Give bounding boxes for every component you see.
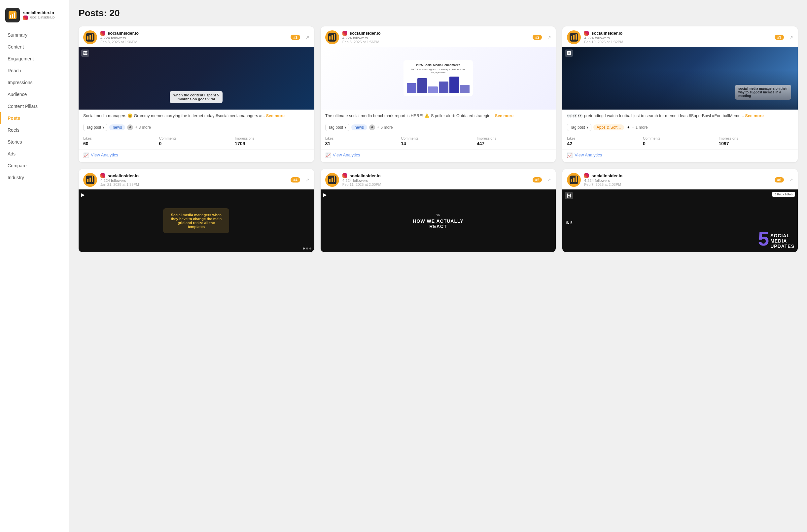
- tag-letter-2: A: [369, 125, 375, 130]
- external-link-icon-2[interactable]: ↗: [547, 35, 551, 40]
- stat-comments-1: Comments 0: [159, 136, 234, 146]
- stat-impressions-3: Impressions 1097: [718, 136, 793, 146]
- bar-1: [407, 83, 416, 93]
- external-link-icon-5[interactable]: ↗: [547, 177, 551, 183]
- post-date-2: Feb 5, 2025 at 1:56PM: [342, 40, 529, 44]
- svg-rect-26: [573, 177, 575, 182]
- tag-post-button-1[interactable]: Tag post ▾: [83, 124, 107, 131]
- tag-post-button-2[interactable]: Tag post ▾: [325, 124, 349, 131]
- post-caption-1: Social media managers 😊 Grammy memes car…: [79, 110, 314, 122]
- sidebar-item-audience[interactable]: Audience: [0, 89, 69, 100]
- post-avatar-2: [325, 30, 339, 44]
- sidebar-item-posts[interactable]: Posts: [0, 112, 69, 124]
- post-rank-1: #1: [290, 35, 300, 40]
- sidebar-item-industry[interactable]: Industry: [0, 172, 69, 184]
- post-account-5: socialinsider.io 4,224 followers Feb 11,…: [342, 173, 529, 187]
- post-stats-2: Likes 31 Comments 14 Impressions 447: [321, 133, 556, 150]
- post-date-3: Feb 10, 2025 at 1:32PM: [584, 40, 771, 44]
- post-rank-2: #2: [532, 35, 542, 40]
- instagram-icon: [23, 16, 28, 20]
- svg-rect-23: [334, 176, 335, 182]
- post-tags-3: Tag post ▾ Apps & Soft... ✦ + 1 more: [562, 122, 798, 133]
- stat-comments-3: Comments 0: [643, 136, 717, 146]
- page-title: Posts: 20: [79, 8, 798, 18]
- post-account-name-4: socialinsider.io: [100, 173, 287, 178]
- sidebar-item-engagement[interactable]: Engagement: [0, 53, 69, 65]
- post-followers-6: 4,224 followers: [584, 178, 771, 183]
- svg-rect-19: [92, 176, 93, 182]
- sidebar-item-reach[interactable]: Reach: [0, 65, 69, 77]
- sidebar-item-ads[interactable]: Ads: [0, 148, 69, 160]
- post-analytics-3[interactable]: 📈 View Analytics: [562, 150, 798, 163]
- tag-more-3: + 1 more: [632, 125, 648, 130]
- stat-impressions-label-1: Impressions: [235, 136, 309, 140]
- tag-more-2: + 6 more: [377, 125, 393, 130]
- ig-icon-3: [584, 31, 589, 36]
- tag-post-button-3[interactable]: Tag post ▾: [567, 124, 591, 131]
- sidebar-item-compare[interactable]: Compare: [0, 160, 69, 172]
- stat-likes-2: Likes 31: [325, 136, 400, 146]
- post-tags-1: Tag post ▾ news A + 3 more: [79, 122, 314, 133]
- post-card-1: socialinsider.io 4,224 followers Feb 3, …: [79, 26, 314, 163]
- svg-rect-22: [332, 177, 333, 182]
- post-rank-6: #6: [775, 177, 784, 183]
- post-image-6: 🖼 3 Feb - 9 Feb 5 SOCIAL MEDIA UPDATES I…: [562, 189, 798, 252]
- svg-rect-13: [571, 36, 572, 40]
- post-analytics-1[interactable]: 📈 View Analytics: [79, 150, 314, 163]
- post-date-1: Feb 3, 2025 at 1:36PM: [100, 40, 287, 44]
- post-account-1: socialinsider.io 4,224 followers Feb 3, …: [100, 31, 287, 44]
- tag-letter-1: A: [127, 125, 133, 130]
- external-link-icon-6[interactable]: ↗: [789, 177, 793, 183]
- video-text-4: Social media managers when they have to …: [163, 208, 229, 233]
- tag-news-2[interactable]: news: [351, 125, 367, 130]
- sidebar-item-reels[interactable]: Reels: [0, 124, 69, 136]
- tag-news-1[interactable]: news: [109, 125, 125, 130]
- post-avatar-4: [83, 173, 97, 187]
- main-content: Posts: 20 socialinsider.io: [69, 0, 807, 532]
- bar-2: [417, 78, 427, 93]
- sidebar-item-impressions[interactable]: Impressions: [0, 77, 69, 89]
- svg-rect-14: [573, 35, 575, 40]
- ig-icon-4: [100, 173, 105, 178]
- chart-subtitle: TikTok and Instagram – the major platfor…: [407, 68, 470, 74]
- post-followers-5: 4,224 followers: [342, 178, 529, 183]
- date-badge-6: 3 Feb - 9 Feb: [772, 192, 795, 197]
- brand-handle: /socialinsider.io: [23, 15, 55, 20]
- stat-comments-value-1: 0: [159, 141, 234, 146]
- analytics-link-3[interactable]: View Analytics: [575, 152, 602, 157]
- stat-comments-value-2: 14: [401, 141, 475, 146]
- analytics-link-1[interactable]: View Analytics: [91, 152, 118, 157]
- post-account-6: socialinsider.io 4,224 followers Feb 7, …: [584, 173, 771, 187]
- tag-more-1: + 3 more: [135, 125, 151, 130]
- stat-comments-label-1: Comments: [159, 136, 234, 140]
- post-account-name-5: socialinsider.io: [342, 173, 529, 178]
- sidebar-item-summary[interactable]: Summary: [0, 29, 69, 41]
- see-more-3[interactable]: See more: [745, 114, 764, 118]
- post-header-5: socialinsider.io 4,224 followers Feb 11,…: [321, 169, 556, 189]
- tag-apps-3[interactable]: Apps & Soft...: [593, 125, 624, 130]
- sidebar-item-content[interactable]: Content: [0, 41, 69, 53]
- see-more-2[interactable]: See more: [495, 114, 513, 118]
- brand-header: socialinsider.io /socialinsider.io: [0, 5, 69, 29]
- post-followers-2: 4,224 followers: [342, 36, 529, 40]
- post-header-6: socialinsider.io 4,224 followers Feb 7, …: [562, 169, 798, 189]
- stat-impressions-value-3: 1097: [718, 141, 793, 146]
- stat-impressions-value-1: 1709: [235, 141, 309, 146]
- external-link-icon-3[interactable]: ↗: [789, 35, 793, 40]
- external-link-icon-1[interactable]: ↗: [305, 35, 309, 40]
- external-link-icon-4[interactable]: ↗: [305, 177, 309, 183]
- svg-rect-10: [332, 35, 333, 40]
- sidebar-item-content-pillars[interactable]: Content Pillars: [0, 100, 69, 112]
- stat-likes-value-3: 42: [567, 141, 642, 146]
- stat-likes-value-1: 60: [83, 141, 158, 146]
- ig-icon-5: [342, 173, 347, 178]
- bar-5: [449, 77, 459, 93]
- stat-impressions-2: Impressions 447: [477, 136, 551, 146]
- meme-overlay-1: when the content I spent 5 minutes on go…: [170, 91, 223, 103]
- post-analytics-2[interactable]: 📈 View Analytics: [321, 150, 556, 163]
- see-more-1[interactable]: See more: [266, 114, 285, 118]
- analytics-link-2[interactable]: View Analytics: [333, 152, 360, 157]
- svg-rect-2: [12, 14, 13, 18]
- chart-title: 2025 Social Media Benchmarks: [407, 63, 470, 66]
- sidebar-item-stories[interactable]: Stories: [0, 136, 69, 148]
